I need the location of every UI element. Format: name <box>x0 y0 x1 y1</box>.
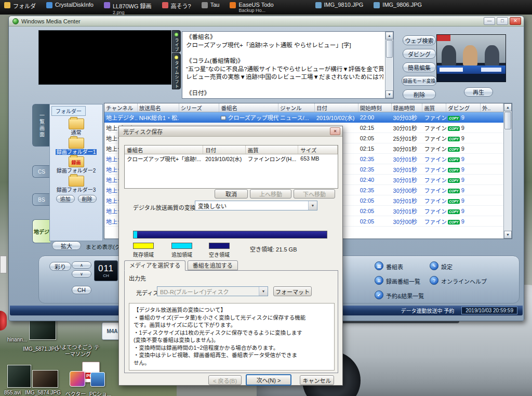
menu-settings[interactable]: 設定 <box>441 262 453 271</box>
folder-item-rec1[interactable]: 録画フォルダー1 <box>50 138 102 155</box>
desktop-icon-label[interactable]: IMG_5874.JPG <box>25 390 61 395</box>
guide-icon[interactable]: ▦ <box>375 261 383 270</box>
table-scrollbar[interactable]: ▲ ▼ <box>503 103 512 239</box>
move-up-button[interactable]: 上へ移動 <box>250 189 291 199</box>
tab-live[interactable]: ライブ <box>172 30 181 52</box>
desktop-icon-partial[interactable] <box>0 256 7 273</box>
desktop-icon-thumbnail[interactable] <box>90 372 105 387</box>
scroll-down-icon[interactable]: ▼ <box>385 90 393 98</box>
desktop-icon-thumbnail[interactable] <box>32 370 58 388</box>
desktop-icon-thumbnail[interactable] <box>7 365 31 388</box>
column-header[interactable]: 録画時間 <box>392 103 423 112</box>
dubbing-button[interactable]: ダビング <box>403 49 436 59</box>
menu-guide[interactable]: 番組表 <box>386 262 403 271</box>
expand-button[interactable]: 拡大 <box>52 241 81 250</box>
taskbar-item[interactable]: CrystalDiskInfo <box>46 2 94 8</box>
column-header[interactable]: ダビング <box>446 103 481 112</box>
dialog-close-button[interactable]: ✕ <box>330 127 340 135</box>
taskbar-item[interactable]: IMG_9810.JPG <box>315 2 364 8</box>
list-item[interactable]: クローズアップ現代+「追跡!... 2019/10/02(水) ファインロング(… <box>125 154 338 163</box>
taskbar-item[interactable]: LL870WG 録画2.png <box>104 2 152 15</box>
column-header[interactable]: チャンネル <box>104 103 138 112</box>
scrollbar-thumb[interactable] <box>504 112 511 129</box>
chevron-down-icon[interactable]: ▼ <box>308 201 317 210</box>
desktop-icon-label[interactable]: ベクター <box>65 390 86 396</box>
irodori-button[interactable]: 彩り <box>49 262 71 271</box>
tab-terrestrial[interactable]: 地デジ <box>32 219 50 243</box>
desktop-icon-label[interactable]: IMG_5871.JPG <box>23 346 59 352</box>
tab-list-screen[interactable]: 一覧画面 <box>32 104 50 147</box>
column-header[interactable]: ジャンル <box>278 103 315 112</box>
play-button[interactable]: 再生 <box>464 87 493 97</box>
add-folder-button[interactable]: 追加 <box>56 195 75 203</box>
program-info-scrollbar[interactable]: ▲ ▼ <box>385 32 393 98</box>
taskbar-item[interactable]: フォルダ <box>4 2 36 10</box>
column-header[interactable]: 日付 <box>315 103 358 112</box>
tab-select-media[interactable]: メディアを選択する <box>124 260 185 271</box>
disc-type-select[interactable]: BD-R(ブルーレイ)ディスク ▼ <box>157 286 268 296</box>
delete-button[interactable]: 削除 <box>403 89 436 99</box>
settings-icon[interactable]: ✎ <box>430 261 438 270</box>
scrollbar-thumb[interactable] <box>386 40 393 58</box>
column-header[interactable]: 外.. <box>481 103 503 112</box>
recorded-list-icon[interactable]: ≣ <box>375 276 383 285</box>
desktop-icon-label[interactable]: いよてつそごう テーマソング <box>56 344 100 358</box>
channel-down-button[interactable]: ∨ <box>72 270 91 278</box>
desktop-icon-label[interactable]: PCショ... <box>89 390 111 396</box>
scroll-down-icon[interactable]: ▼ <box>504 231 512 239</box>
tab-add-programs[interactable]: 番組を追加する <box>188 260 238 270</box>
window-titlebar[interactable]: Windows Media Center — □ ✕ <box>9 16 524 27</box>
back-button[interactable]: < 戻る(B) <box>208 375 242 385</box>
maximize-button[interactable]: □ <box>497 17 508 25</box>
column-header[interactable]: 放送局名 <box>138 103 179 112</box>
dialog-titlebar[interactable]: 光ディスク保存 ✕ <box>119 126 342 137</box>
next-button[interactable]: 次へ(N) > <box>246 374 291 386</box>
column-header[interactable]: 番組名 <box>219 103 278 112</box>
convert-quality-select[interactable]: 変換しない ▼ <box>195 201 317 210</box>
column-header[interactable]: 日付 <box>203 146 246 154</box>
column-header[interactable]: シリーズ <box>179 103 220 112</box>
web-search-button[interactable]: ウェブ検索 <box>403 35 436 45</box>
menu-recorded-list[interactable]: 録画番組一覧 <box>386 277 420 285</box>
minimize-button[interactable]: — <box>484 17 495 25</box>
column-header[interactable]: 画質 <box>422 103 446 112</box>
tab-cs[interactable]: CS <box>32 165 50 178</box>
menu-online-help[interactable]: オンラインヘルプ <box>441 277 487 285</box>
remove-folder-button[interactable]: 削除 <box>78 195 97 203</box>
move-down-button[interactable]: 下へ移動 <box>294 189 335 199</box>
remove-from-disc-button[interactable]: 取消 <box>215 189 248 199</box>
chevron-down-icon[interactable]: ▼ <box>259 287 268 296</box>
cancel-button[interactable]: キャンセル <box>300 375 334 385</box>
scroll-up-icon[interactable]: ▲ <box>504 103 512 111</box>
help-icon[interactable]: ? <box>430 276 438 285</box>
folder-item-rec3[interactable]: 録画フォルダー3 <box>50 176 102 193</box>
video-preview[interactable] <box>38 30 171 85</box>
desktop-icon-label[interactable]: hinann... <box>7 337 27 342</box>
ch-button[interactable]: CH <box>72 286 91 294</box>
table-row-selected[interactable]: 地上デジタ... NHK総合1・松... クローズアップ現代+「追... ニュー… <box>104 112 503 123</box>
scroll-up-icon[interactable]: ▲ <box>385 32 393 39</box>
format-button[interactable]: フォーマット <box>273 286 312 296</box>
desktop-icon-label[interactable]: 855.avi <box>4 390 21 395</box>
tab-timeshift[interactable]: タイムシフト <box>172 53 181 89</box>
simple-edit-button[interactable]: 簡易編集 <box>403 62 436 72</box>
tab-bs[interactable]: BS <box>32 193 50 206</box>
disc-program-list: 番組名 日付 画質 サイズ クローズアップ現代+「追跡!... 2019/10/… <box>124 145 338 189</box>
folder-item-rec2[interactable]: 録画 録画フォルダー2 <box>50 156 102 174</box>
desktop-icon-thumbnail[interactable] <box>70 371 85 387</box>
taskbar-item[interactable]: EaseUS TodoBackup Ho... <box>230 2 273 13</box>
reserve-list-icon[interactable]: ✔ <box>375 291 383 299</box>
taskbar-item[interactable]: Tau <box>202 2 220 8</box>
column-header[interactable]: 開始時刻 <box>358 103 392 112</box>
channel-up-button[interactable]: ∧ <box>72 261 91 269</box>
taskbar-item[interactable]: IMG_9806.JPG <box>374 2 422 8</box>
column-header[interactable]: 番組名 <box>125 146 203 154</box>
folder-item-normal[interactable]: 通常 <box>50 118 102 136</box>
rec-mode-convert-button[interactable]: 録画モード変換 <box>402 76 437 86</box>
desktop-icon-thumbnail[interactable] <box>29 320 56 340</box>
column-header[interactable]: サイズ <box>298 146 338 154</box>
column-header[interactable]: 画質 <box>246 146 299 154</box>
menu-reserve-results[interactable]: 予約&結果一覧 <box>386 292 424 300</box>
close-button[interactable]: ✕ <box>510 17 521 25</box>
taskbar-item[interactable]: 高そう? <box>162 2 191 10</box>
